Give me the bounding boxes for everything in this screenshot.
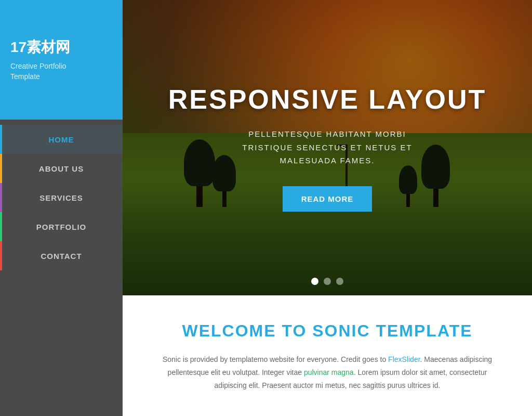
hero-slider: RESPONSIVE LAYOUT PELLENTESQUE HABITANT …	[123, 0, 532, 295]
nav-item-about[interactable]: ABOUT US	[0, 154, 123, 183]
nav-label-about: ABOUT US	[39, 164, 84, 173]
nav-bar-about	[0, 154, 2, 183]
slider-dot-3[interactable]	[336, 278, 343, 285]
nav-menu: HOMEABOUT USSERVICESPORTFOLIOCONTACT	[0, 125, 123, 416]
nav-item-home[interactable]: HOME	[0, 125, 123, 154]
flexslider-link[interactable]: FlexSlider	[388, 355, 420, 363]
nav-item-portfolio[interactable]: PORTFOLIO	[0, 212, 123, 241]
nav-label-portfolio: PORTFOLIO	[36, 223, 87, 231]
main-content: RESPONSIVE LAYOUT PELLENTESQUE HABITANT …	[123, 0, 532, 416]
nav-bar-contact	[0, 241, 2, 270]
sidebar: 17素材网 Creative Portfolio Template HOMEAB…	[0, 0, 123, 416]
nav-label-home: HOME	[49, 135, 74, 144]
logo-title: 17素材网	[10, 37, 112, 57]
read-more-button[interactable]: READ MORE	[283, 186, 373, 212]
nav-item-contact[interactable]: CONTACT	[0, 241, 123, 270]
logo-area: 17素材网 Creative Portfolio Template	[0, 0, 123, 120]
slider-dots	[311, 278, 343, 285]
nav-bar-home	[0, 125, 2, 154]
slider-dot-2[interactable]	[324, 278, 331, 285]
nav-label-contact: CONTACT	[41, 252, 82, 261]
nav-label-services: SERVICES	[39, 193, 83, 202]
hero-content: RESPONSIVE LAYOUT PELLENTESQUE HABITANT …	[123, 0, 532, 295]
slider-dot-1[interactable]	[311, 278, 318, 285]
nav-bar-services	[0, 183, 2, 212]
welcome-text: Sonic is provided by templatemo website …	[151, 353, 504, 393]
nav-bar-portfolio	[0, 212, 2, 241]
hero-title: RESPONSIVE LAYOUT	[168, 84, 487, 115]
welcome-section: WELCOME TO SONIC TEMPLATE Sonic is provi…	[123, 295, 532, 413]
nav-item-services[interactable]: SERVICES	[0, 183, 123, 212]
welcome-title: WELCOME TO SONIC TEMPLATE	[143, 321, 511, 341]
logo-subtitle: Creative Portfolio Template	[10, 61, 112, 82]
hero-subtitle: PELLENTESQUE HABITANT MORBI TRISTIQUE SE…	[242, 127, 412, 167]
pulvinar-link[interactable]: pulvinar magna	[304, 368, 354, 376]
